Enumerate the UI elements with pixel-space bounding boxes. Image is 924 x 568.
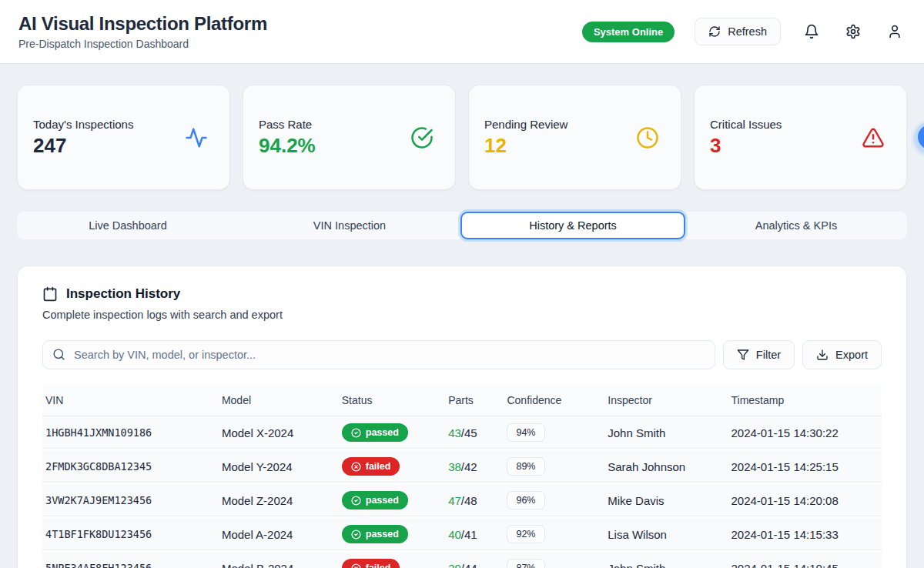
bell-icon bbox=[804, 24, 819, 39]
inspector-cell: John Smith bbox=[604, 551, 728, 568]
x-circle-small-icon bbox=[351, 462, 361, 472]
status-cell: passed bbox=[339, 517, 445, 551]
settings-button[interactable] bbox=[842, 21, 864, 42]
alert-triangle-icon bbox=[862, 126, 885, 149]
inspector-cell: John Smith bbox=[604, 416, 728, 450]
header-actions: System Online Refresh bbox=[582, 18, 906, 45]
stat-value: 94.2% bbox=[259, 134, 316, 158]
stat-card-todays-inspections: Today's Inspections 247 bbox=[17, 85, 230, 190]
stat-label: Pass Rate bbox=[259, 118, 316, 131]
tab-vin-inspection[interactable]: VIN Inspection bbox=[239, 212, 460, 239]
confidence-cell: 89% bbox=[504, 449, 604, 483]
filter-icon bbox=[737, 349, 749, 361]
column-header-parts: Parts bbox=[445, 385, 504, 416]
model-cell: Model Z-2024 bbox=[219, 483, 339, 517]
refresh-button[interactable]: Refresh bbox=[695, 18, 781, 45]
check-circle-small-icon bbox=[351, 428, 361, 438]
search-input[interactable] bbox=[42, 340, 715, 369]
status-cell: failed bbox=[339, 449, 445, 483]
stat-value: 247 bbox=[33, 134, 133, 158]
timestamp-cell: 2024-01-15 14:30:22 bbox=[728, 416, 882, 450]
header-titles: AI Visual Inspection Platform Pre-Dispat… bbox=[18, 13, 267, 50]
confidence-pill: 92% bbox=[507, 525, 544, 543]
model-cell: Model B-2024 bbox=[219, 551, 339, 568]
inspector-cell: Sarah Johnson bbox=[604, 449, 728, 483]
history-toolbar: Filter Export bbox=[42, 340, 882, 369]
status-cell: passed bbox=[339, 416, 445, 450]
user-icon bbox=[887, 24, 902, 39]
check-circle-small-icon bbox=[351, 496, 361, 506]
status-badge: passed bbox=[342, 491, 408, 510]
vin-cell: 3VW2K7AJ9EM123456 bbox=[42, 483, 219, 517]
inspector-cell: Lisa Wilson bbox=[604, 517, 728, 551]
model-cell: Model A-2024 bbox=[219, 517, 339, 551]
parts-cell: 40/41 bbox=[445, 517, 504, 551]
tab-analytics-kpis[interactable]: Analytics & KPIs bbox=[685, 212, 907, 239]
stat-value: 3 bbox=[710, 134, 782, 158]
inspector-cell: Mike Davis bbox=[604, 483, 728, 517]
column-header-vin: VIN bbox=[42, 385, 219, 416]
status-cell: failed bbox=[339, 551, 445, 568]
refresh-button-label: Refresh bbox=[728, 25, 767, 38]
calendar-icon bbox=[42, 286, 58, 302]
confidence-cell: 96% bbox=[504, 483, 604, 517]
confidence-pill: 96% bbox=[507, 491, 544, 510]
timestamp-cell: 2024-01-15 14:15:33 bbox=[728, 517, 882, 551]
export-button[interactable]: Export bbox=[802, 340, 882, 369]
table-row: 2FMDK3GC8DBA12345 Model Y-2024 failed 38… bbox=[42, 449, 882, 483]
status-cell: passed bbox=[339, 483, 445, 517]
status-badge: failed bbox=[342, 559, 400, 568]
stat-label: Critical Issues bbox=[710, 118, 782, 131]
filter-button-label: Filter bbox=[756, 349, 781, 361]
status-badge-label: failed bbox=[366, 461, 391, 472]
refresh-icon bbox=[708, 25, 721, 38]
inspection-history-table: VIN Model Status Parts Confidence Inspec… bbox=[42, 385, 882, 568]
profile-button[interactable] bbox=[884, 21, 906, 42]
table-row: 3VW2K7AJ9EM123456 Model Z-2024 passed 47… bbox=[42, 483, 882, 517]
column-header-confidence: Confidence bbox=[504, 385, 604, 416]
stat-label: Today's Inspections bbox=[33, 118, 133, 131]
activity-icon bbox=[185, 126, 208, 149]
tab-history-reports[interactable]: History & Reports bbox=[460, 212, 685, 239]
stat-card-pass-rate: Pass Rate 94.2% bbox=[243, 85, 456, 190]
model-cell: Model Y-2024 bbox=[219, 449, 339, 483]
vin-cell: 1HGBH41JXMN109186 bbox=[42, 416, 219, 450]
gear-icon bbox=[845, 24, 861, 39]
parts-cell: 47/48 bbox=[445, 483, 504, 517]
export-button-label: Export bbox=[835, 349, 868, 361]
parts-cell: 39/44 bbox=[445, 551, 504, 568]
column-header-model: Model bbox=[219, 385, 339, 416]
parts-cell: 43/45 bbox=[445, 416, 504, 450]
panel-title: Inspection History bbox=[66, 286, 180, 302]
column-header-timestamp: Timestamp bbox=[728, 385, 882, 416]
status-badge-label: failed bbox=[366, 563, 391, 568]
timestamp-cell: 2024-01-15 14:20:08 bbox=[728, 483, 882, 517]
filter-button[interactable]: Filter bbox=[723, 340, 795, 369]
stat-value: 12 bbox=[484, 134, 567, 158]
stat-card-pending-review: Pending Review 12 bbox=[468, 85, 681, 190]
check-circle-icon bbox=[410, 126, 434, 149]
status-badge: passed bbox=[342, 525, 408, 543]
tab-bar: Live Dashboard VIN Inspection History & … bbox=[17, 212, 907, 239]
notifications-button[interactable] bbox=[801, 21, 822, 42]
app-header: AI Visual Inspection Platform Pre-Dispat… bbox=[0, 0, 924, 64]
table-row: 1HGBH41JXMN109186 Model X-2024 passed 43… bbox=[42, 416, 882, 450]
search-icon bbox=[52, 348, 65, 361]
check-circle-small-icon bbox=[351, 530, 361, 540]
stat-label: Pending Review bbox=[484, 118, 567, 131]
model-cell: Model X-2024 bbox=[219, 416, 339, 450]
parts-cell: 38/42 bbox=[445, 449, 504, 483]
stat-card-critical-issues: Critical Issues 3 bbox=[694, 85, 907, 190]
status-badge-label: passed bbox=[366, 427, 399, 438]
column-header-status: Status bbox=[339, 385, 445, 416]
page-title: AI Visual Inspection Platform bbox=[18, 13, 267, 35]
confidence-pill: 87% bbox=[507, 559, 544, 568]
panel-subtitle: Complete inspection logs with search and… bbox=[42, 309, 882, 321]
status-badge: passed bbox=[342, 423, 408, 442]
stats-row: Today's Inspections 247 Pass Rate 94.2% … bbox=[0, 64, 924, 190]
table-row: 5NPE34AF8FH123456 Model B-2024 failed 39… bbox=[42, 551, 882, 568]
confidence-cell: 94% bbox=[504, 416, 604, 450]
tab-live-dashboard[interactable]: Live Dashboard bbox=[17, 212, 239, 239]
confidence-pill: 89% bbox=[507, 457, 544, 476]
status-badge: failed bbox=[342, 457, 400, 476]
